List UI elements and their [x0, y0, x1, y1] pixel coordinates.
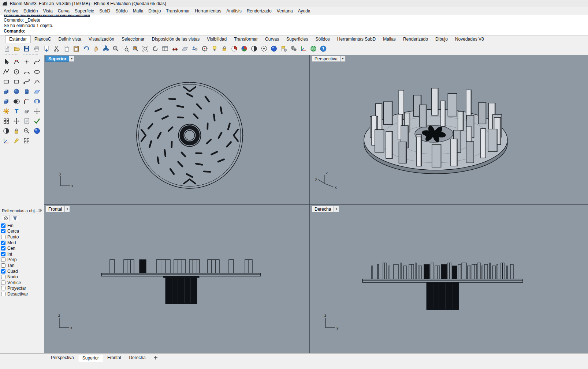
toolbar-icon-color-wheel[interactable] [241, 45, 248, 52]
palette-tool-check-selection[interactable] [32, 116, 42, 126]
palette-tool-notes[interactable] [22, 116, 31, 126]
menu-item-ayuda[interactable]: Ayuda [295, 8, 313, 14]
menu-item-transformar[interactable]: Transformar [163, 8, 192, 14]
palette-tool-lock-object[interactable] [12, 126, 21, 136]
palette-tool-polyline[interactable] [1, 67, 11, 76]
toolbar-icon-earth-globe[interactable] [310, 45, 317, 52]
palette-tool-spotlight[interactable] [12, 136, 21, 146]
toolbar-icon-render-cake[interactable] [231, 45, 238, 52]
osnap-checkbox-perp[interactable] [1, 257, 5, 262]
viewport-tab-derecha[interactable]: Derecha [312, 206, 334, 212]
ribbon-tab-herramientas-subd[interactable]: Herramientas SubD [334, 36, 379, 43]
palette-tool-explode[interactable] [1, 106, 11, 116]
toolbar-icon-material-sphere[interactable] [270, 45, 278, 52]
palette-tool-select-arrow[interactable] [1, 57, 11, 67]
toolbar-icon-paste[interactable] [72, 45, 80, 52]
menu-item-malla[interactable]: Malla [130, 8, 146, 14]
toolbar-icon-zoom-window[interactable] [122, 45, 129, 52]
osnap-checkbox-nodo[interactable] [1, 275, 5, 279]
toolbar-icon-zoom-dynamic[interactable] [112, 45, 119, 52]
viewport-frontal[interactable]: zx Frontal ▼ [44, 205, 309, 353]
ribbon-tab-transformar[interactable]: Transformar [230, 36, 261, 43]
gear-icon[interactable] [38, 208, 42, 213]
palette-tool-box[interactable] [1, 86, 11, 96]
palette-tool-cylinder[interactable] [22, 86, 31, 96]
viewport-page-tab-frontal[interactable]: Frontal [103, 354, 125, 361]
menu-item-superficie[interactable]: Superficie [72, 8, 97, 14]
toolbar-icon-pan-hand[interactable] [92, 45, 100, 52]
ribbon-tab-superficies[interactable]: Superficies [283, 36, 312, 43]
toolbar-icon-lock[interactable] [221, 45, 228, 52]
toolbar-icon-car-nest[interactable] [171, 45, 179, 52]
viewport-perspectiva[interactable]: yzx Perspectiva ▼ [310, 55, 588, 204]
palette-tool-block[interactable] [22, 106, 31, 116]
menu-item-dibujo[interactable]: Dibujo [146, 8, 163, 14]
toolbar-icon-layout-grid[interactable] [161, 45, 169, 52]
viewport-tab-frontal[interactable]: Frontal [45, 206, 65, 212]
osnap-checkbox-fin[interactable] [1, 223, 5, 228]
viewport-canvas-frontal[interactable]: zx [44, 205, 309, 353]
add-viewport-tab-button[interactable] [153, 355, 158, 360]
toolbar-icon-zoom-extents[interactable] [142, 45, 149, 52]
ribbon-tab-estandar[interactable]: Estándar [5, 35, 31, 43]
toolbar-icon-key-lamp[interactable] [211, 45, 218, 52]
osnap-checkbox-proyectar[interactable] [1, 286, 5, 290]
viewport-menu-arrow-frontal[interactable]: ▼ [65, 206, 70, 212]
ribbon-tab-curvas[interactable]: Curvas [261, 36, 283, 43]
osnap-checkbox-int[interactable] [1, 252, 5, 256]
viewport-derecha[interactable]: zy Derecha ▼ [310, 205, 588, 353]
menu-item-herramientas[interactable]: Herramientas [192, 8, 224, 14]
osnap-filter-button[interactable] [11, 215, 19, 221]
viewport-page-tab-superior[interactable]: Superior [78, 354, 103, 362]
toolbar-icon-copy[interactable] [63, 45, 70, 52]
palette-tool-conic[interactable] [32, 67, 42, 76]
ribbon-tab-disposicion-de-las-vistas[interactable]: Disposición de las vistas [148, 36, 204, 43]
ribbon-tab-renderizado[interactable]: Renderizado [399, 36, 432, 43]
osnap-checkbox-cerca[interactable] [1, 229, 5, 233]
palette-tool-world-axes[interactable] [1, 136, 11, 146]
toolbar-icon-cplane-widget[interactable] [300, 45, 307, 52]
toolbar-icon-target-circle[interactable] [201, 45, 208, 52]
palette-tool-curve-handles[interactable] [32, 76, 42, 86]
palette-tool-arc[interactable] [22, 67, 31, 76]
toolbar-icon-plane-surface[interactable] [181, 45, 189, 52]
ribbon-tab-definir-vista[interactable]: Definir vista [55, 36, 85, 43]
palette-tool-rectangle[interactable] [1, 76, 11, 86]
palette-tool-polygon[interactable] [12, 76, 21, 86]
palette-tool-blank[interactable] [32, 136, 42, 146]
palette-tool-fillet-edge[interactable] [22, 96, 31, 106]
palette-tool-single-point[interactable] [22, 57, 31, 67]
menu-item-analisis[interactable]: Análisis [224, 8, 244, 14]
menu-item-edicion[interactable]: Edición [21, 8, 40, 14]
viewport-canvas-superior[interactable]: yx [44, 55, 309, 204]
viewport-menu-arrow-perspectiva[interactable]: ▼ [340, 56, 346, 62]
menu-item-renderizado[interactable]: Renderizado [244, 8, 274, 14]
palette-drag-handle[interactable] [4, 54, 40, 55]
menu-item-ventana[interactable]: Ventana [274, 8, 295, 14]
toolbar-icon-cut[interactable] [53, 45, 60, 52]
toolbar-icon-rotate-view[interactable] [152, 45, 159, 52]
toolbar-icon-people-gear[interactable] [191, 45, 198, 52]
toolbar-icon-display-half[interactable] [250, 45, 258, 52]
osnap-checkbox-desactivar[interactable] [1, 292, 5, 296]
osnap-checkbox-cuad[interactable] [1, 269, 5, 274]
toolbar-icon-open-file[interactable] [13, 45, 21, 52]
toolbar-icon-selection-circle[interactable] [260, 45, 268, 52]
palette-tool-curve-interp[interactable] [32, 57, 42, 67]
osnap-checkbox-tan[interactable] [1, 263, 5, 268]
palette-tool-surface-plane[interactable] [32, 86, 42, 96]
palette-tool-control-points[interactable] [22, 76, 31, 86]
toolbar-icon-save[interactable] [23, 45, 30, 52]
palette-tool-boolean-difference[interactable] [12, 96, 21, 106]
menu-item-subd[interactable]: SubD [97, 8, 113, 14]
menu-item-archivo[interactable]: Archivo [1, 8, 21, 14]
command-input-line[interactable]: Comando: [4, 29, 588, 34]
ribbon-tab-visibilidad[interactable]: Visibilidad [203, 36, 230, 43]
ribbon-tab-dibujo[interactable]: Dibujo [432, 36, 451, 43]
palette-tool-pipe[interactable] [32, 96, 42, 106]
osnap-checkbox-vertice[interactable] [1, 280, 5, 285]
viewport-superior[interactable]: yx Superior ▼ [44, 55, 309, 204]
viewport-canvas-perspectiva[interactable]: yzx [310, 55, 588, 204]
menu-item-vista[interactable]: Vista [40, 8, 55, 14]
palette-tool-array-rect[interactable] [1, 116, 11, 126]
